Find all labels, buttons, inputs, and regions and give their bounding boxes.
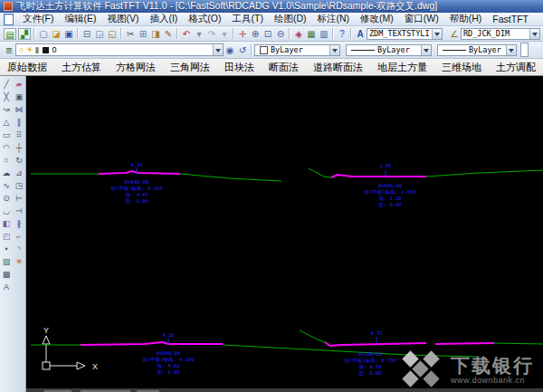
mirror-icon[interactable]: ⋈ bbox=[14, 103, 25, 116]
arc-icon[interactable]: ◠ bbox=[1, 141, 13, 154]
match-properties-icon[interactable]: ✎ bbox=[162, 28, 175, 40]
ft-stratum-earthwork[interactable]: 地层土方量 bbox=[370, 61, 434, 74]
polyline-icon[interactable]: ↝ bbox=[1, 103, 13, 116]
copy-icon[interactable]: ⊞ bbox=[137, 28, 149, 40]
dropdown-arrow-icon[interactable] bbox=[213, 44, 223, 55]
ft-earthwork-estimate[interactable]: 土方估算 bbox=[54, 61, 109, 74]
menu-edit[interactable]: 编辑(E) bbox=[59, 13, 101, 25]
text-icon[interactable]: A bbox=[1, 281, 13, 293]
preview-icon[interactable]: ◲ bbox=[93, 28, 106, 40]
construction-line-icon[interactable]: ╳ bbox=[1, 91, 13, 103]
print-icon[interactable]: ⊟ bbox=[81, 28, 93, 40]
help-icon[interactable]: ? bbox=[336, 28, 348, 40]
trim-icon[interactable]: ⊢ bbox=[14, 192, 25, 205]
fasttft-app-icon[interactable]: ▤ bbox=[4, 28, 16, 40]
rotate-icon[interactable]: ↻ bbox=[14, 154, 25, 167]
zoom-window-icon[interactable]: ⊡ bbox=[262, 28, 274, 40]
offset-icon[interactable]: ∥ bbox=[14, 116, 25, 129]
scrollbar-strip[interactable] bbox=[26, 388, 543, 392]
lineweight-combo[interactable]: ByLayer bbox=[437, 44, 517, 56]
color-combo[interactable]: ByLayer bbox=[254, 44, 340, 56]
clipped-control[interactable] bbox=[520, 43, 529, 57]
menu-help[interactable]: 帮助(H) bbox=[444, 13, 488, 25]
menu-draw[interactable]: 绘图(D) bbox=[269, 13, 312, 25]
dropdown-arrow-icon[interactable] bbox=[506, 45, 516, 55]
ft-earthwork-allocation[interactable]: 土方调配 bbox=[489, 61, 543, 74]
document-icon[interactable] bbox=[4, 14, 14, 25]
redo-dropdown-icon[interactable]: ▾ bbox=[218, 28, 231, 40]
extend-icon[interactable]: ⊣ bbox=[14, 205, 25, 217]
save-icon[interactable]: ▣ bbox=[62, 28, 75, 40]
open-file-icon[interactable]: ◪ bbox=[50, 28, 62, 40]
dim-style-icon[interactable]: ∠ bbox=[448, 28, 461, 40]
layer-properties-icon[interactable]: ≣ bbox=[3, 44, 15, 56]
point-icon[interactable]: • bbox=[1, 243, 13, 255]
revcloud-icon[interactable]: ☁ bbox=[1, 167, 13, 179]
ft-triangulation-method[interactable]: 三角网法 bbox=[163, 61, 217, 74]
publish-icon[interactable]: ◱ bbox=[106, 28, 119, 40]
pan-icon[interactable]: ✛ bbox=[236, 28, 249, 40]
layer-on-icon[interactable]: ○ bbox=[19, 44, 24, 55]
move-icon[interactable]: ┼ bbox=[14, 141, 25, 154]
ft-section-method[interactable]: 断面法 bbox=[262, 61, 306, 74]
menu-modify[interactable]: 修改(M) bbox=[355, 13, 399, 25]
make-block-icon[interactable]: ◰ bbox=[1, 230, 13, 243]
layer-previous-icon[interactable]: ↺ bbox=[236, 44, 249, 56]
erase-icon[interactable]: ▰ bbox=[14, 78, 25, 91]
menu-view[interactable]: 视图(V) bbox=[101, 13, 144, 25]
ellipse-icon[interactable]: ⊙ bbox=[1, 192, 13, 205]
layer-freeze-icon[interactable]: ☀ bbox=[25, 44, 33, 55]
spline-icon[interactable]: ∿ bbox=[1, 179, 13, 192]
sheet-set-icon[interactable]: ▥ bbox=[318, 28, 330, 40]
menu-dimension[interactable]: 标注(N) bbox=[312, 13, 356, 25]
undo-icon[interactable]: ↶ bbox=[180, 28, 193, 40]
dropdown-arrow-icon[interactable] bbox=[432, 29, 442, 39]
layer-lock-icon[interactable]: ▮ bbox=[35, 44, 40, 55]
layer-combo[interactable]: ○ ☀ ▮ 0 bbox=[15, 43, 224, 56]
fillet-icon[interactable]: ◝ bbox=[14, 243, 25, 255]
stretch-icon[interactable]: ◳ bbox=[14, 179, 25, 192]
ft-3d-site[interactable]: 三维场地 bbox=[434, 61, 489, 74]
rectangle-icon[interactable]: ▭ bbox=[1, 129, 13, 141]
zoom-previous-icon[interactable]: ⊖ bbox=[274, 28, 287, 40]
ft-road-section-method[interactable]: 道路断面法 bbox=[306, 61, 370, 74]
redo-icon[interactable]: ↷ bbox=[205, 28, 218, 40]
ellipse-arc-icon[interactable]: ◡ bbox=[1, 205, 13, 217]
text-style-combo[interactable]: ZDM_TEXTSTYLI bbox=[367, 28, 443, 40]
line-icon[interactable]: ╱ bbox=[1, 78, 13, 91]
polygon-icon[interactable]: △ bbox=[1, 116, 13, 129]
linetype-combo[interactable]: ByLayer bbox=[346, 44, 432, 56]
text-style-icon[interactable]: A bbox=[354, 28, 367, 40]
make-layer-current-icon[interactable]: ◉ bbox=[224, 44, 236, 56]
dim-style-combo[interactable]: RD_JCK_DIM bbox=[461, 28, 540, 40]
menu-fasttft[interactable]: FastTFT bbox=[487, 14, 534, 24]
dropdown-arrow-icon[interactable] bbox=[529, 29, 539, 39]
fasttft-tools-icon[interactable]: ◈ bbox=[292, 28, 305, 40]
fasttft-switch-icon[interactable]: ▞ bbox=[18, 28, 31, 40]
undo-dropdown-icon[interactable]: ▾ bbox=[193, 28, 205, 40]
dropdown-arrow-icon[interactable] bbox=[421, 45, 431, 55]
insert-block-icon[interactable]: ◧ bbox=[1, 217, 13, 230]
region-icon[interactable]: ▩ bbox=[1, 268, 13, 281]
menu-format[interactable]: 格式(O) bbox=[183, 13, 226, 25]
circle-icon[interactable]: ○ bbox=[1, 154, 13, 167]
menu-tools[interactable]: 工具(T) bbox=[227, 13, 269, 25]
scale-icon[interactable]: ⊿ bbox=[14, 167, 25, 179]
dropdown-arrow-icon[interactable] bbox=[329, 45, 339, 55]
ft-grid-method[interactable]: 方格网法 bbox=[109, 61, 163, 74]
drawing-canvas[interactable]: Y X 0+040.00设(中桩)标高: 4.394填: 4.43挖: 0.00… bbox=[26, 76, 543, 392]
chamfer-icon[interactable]: ⌐ bbox=[14, 230, 25, 243]
grid-icon[interactable]: ▦ bbox=[305, 28, 318, 40]
break-icon[interactable]: ∦ bbox=[14, 217, 25, 230]
array-icon[interactable]: ⠿ bbox=[14, 129, 25, 141]
explode-icon[interactable]: ✳ bbox=[14, 255, 25, 268]
copy-object-icon[interactable]: ▣ bbox=[14, 91, 25, 103]
hatch-icon[interactable]: ▨ bbox=[1, 255, 13, 268]
layer-color-swatch[interactable] bbox=[43, 47, 49, 53]
zoom-realtime-icon[interactable]: ⊕ bbox=[249, 28, 262, 40]
menu-file[interactable]: 文件(F) bbox=[17, 13, 59, 25]
menu-insert[interactable]: 插入(I) bbox=[144, 13, 183, 25]
paste-icon[interactable]: ◨ bbox=[149, 28, 162, 40]
new-file-icon[interactable]: ▢ bbox=[37, 28, 50, 40]
ft-raw-data[interactable]: 原始数据 bbox=[0, 61, 54, 74]
